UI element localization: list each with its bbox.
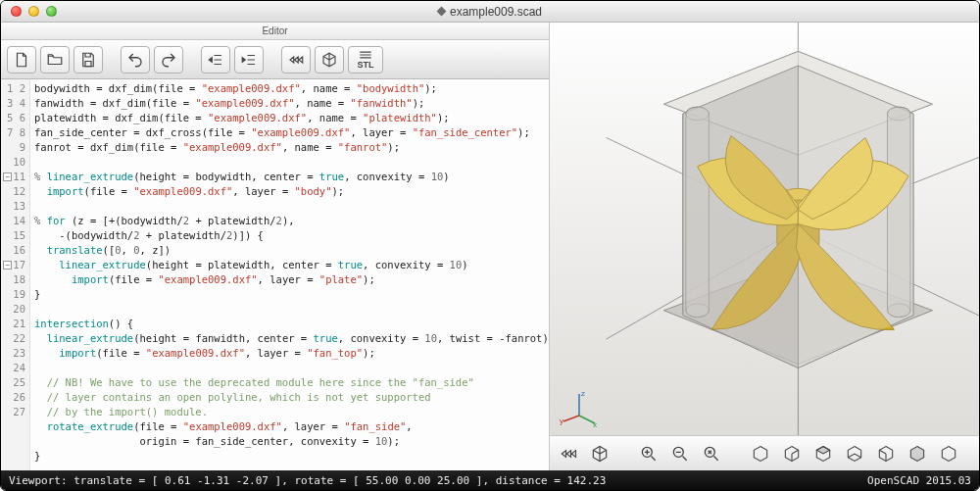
view-right-button[interactable] (779, 441, 805, 466)
zoom-out-button[interactable] (667, 441, 693, 466)
export-stl-button[interactable]: STL (348, 46, 383, 74)
new-file-button[interactable] (7, 46, 36, 74)
viewer-panel: z x y (550, 23, 980, 470)
window-title: example009.scad (1, 5, 979, 19)
window-title-text: example009.scad (450, 5, 542, 19)
axis-gizmo: z x y (560, 388, 599, 427)
app-window: example009.scad Editor (0, 0, 980, 491)
editor-toolbar: STL (1, 40, 549, 79)
render-view-button[interactable] (587, 441, 612, 466)
stl-label: STL (358, 60, 374, 70)
preview-button[interactable] (281, 46, 311, 74)
undo-button[interactable] (121, 46, 150, 74)
viewer-toolbar (550, 435, 980, 470)
view-back-button[interactable] (936, 441, 961, 466)
viewport-status-text: Viewport: translate = [ 0.61 -1.31 -2.07… (9, 474, 606, 487)
code-editor[interactable]: 1 2 3 4 5 6 7 8 9 10 −11 12 13 14 15 16 … (1, 79, 549, 470)
titlebar: example009.scad (1, 1, 979, 23)
indent-button[interactable] (234, 46, 264, 74)
editor-panel-title: Editor (1, 23, 549, 40)
axis-y-label: y (560, 417, 564, 425)
line-number-gutter: 1 2 3 4 5 6 7 8 9 10 −11 12 13 14 15 16 … (1, 79, 30, 470)
editor-panel: Editor STL 1 2 3 4 5 6 (1, 23, 550, 470)
zoom-all-button[interactable] (699, 441, 724, 466)
main-content: Editor STL 1 2 3 4 5 6 (1, 23, 979, 470)
redo-button[interactable] (154, 46, 183, 74)
render-button[interactable] (315, 46, 344, 74)
reset-view-button[interactable] (748, 441, 773, 466)
svg-line-12 (564, 416, 579, 421)
code-text[interactable]: bodywidth = dxf_dim(file = "example009.d… (30, 79, 549, 470)
open-file-button[interactable] (40, 46, 70, 74)
model-render (550, 23, 980, 435)
status-bar: Viewport: translate = [ 0.61 -1.31 -2.07… (1, 470, 979, 490)
3d-viewport[interactable]: z x y (550, 23, 980, 435)
view-left-button[interactable] (873, 441, 899, 466)
axis-z-label: z (581, 389, 585, 398)
zoom-in-button[interactable] (636, 441, 662, 466)
view-front-button[interactable] (905, 441, 930, 466)
version-text: OpenSCAD 2015.03 (867, 474, 971, 487)
unindent-button[interactable] (201, 46, 230, 74)
save-file-button[interactable] (74, 46, 103, 74)
view-bottom-button[interactable] (842, 441, 867, 466)
preview-view-button[interactable] (556, 441, 581, 466)
axis-x-label: x (593, 420, 597, 427)
view-top-button[interactable] (810, 441, 836, 466)
document-modified-icon (437, 7, 447, 17)
